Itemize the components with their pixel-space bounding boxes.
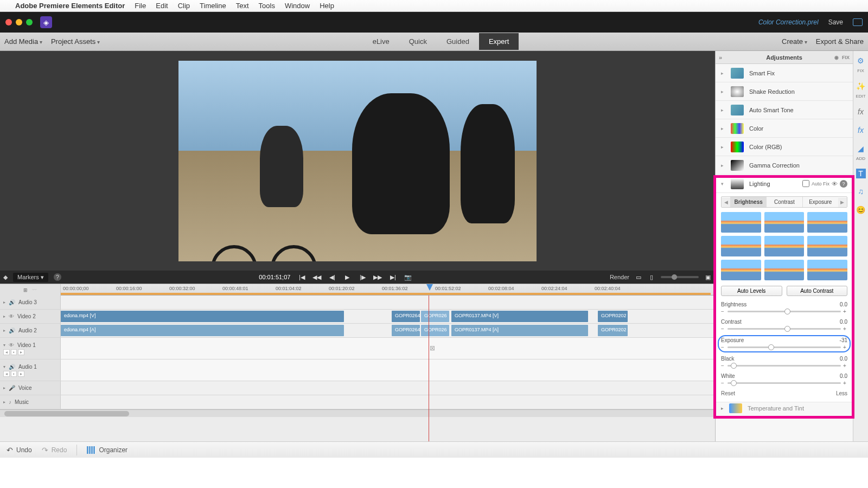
save-button[interactable]: Save — [828, 18, 843, 26]
render-button[interactable]: Render — [610, 274, 629, 280]
track-size-controls[interactable]: ◂▪▸ — [3, 371, 24, 377]
clip-video[interactable]: edona.mp4 [V] — [61, 311, 344, 322]
help-icon[interactable]: ? — [54, 273, 61, 281]
slider-knob[interactable] — [768, 344, 774, 350]
auto-levels-button[interactable]: Auto Levels — [721, 286, 782, 296]
zoom-slider[interactable] — [661, 276, 699, 278]
effects-icon[interactable]: ✨ — [856, 81, 866, 92]
autofix-checkbox[interactable] — [802, 180, 809, 187]
step-back-button[interactable]: ◀| — [328, 273, 336, 281]
help-icon[interactable]: ? — [840, 180, 847, 188]
undo-button[interactable]: ↶Undo — [7, 446, 32, 454]
reset-button[interactable]: Reset — [721, 390, 735, 396]
slider-knob[interactable] — [784, 326, 790, 332]
slider-track[interactable] — [727, 346, 841, 348]
speaker-icon[interactable]: 🔊 — [9, 364, 15, 370]
adj-smart-fix[interactable]: ▸Smart Fix — [716, 64, 853, 82]
preset-thumb[interactable] — [721, 260, 761, 280]
add-media-button[interactable]: Add Media — [4, 37, 42, 46]
visibility-icon[interactable]: 👁 — [832, 181, 838, 187]
timeline-ruler[interactable]: ⊞ 〰 00:00:00;00 00:00:16:00 00:00:32:00 … — [0, 284, 715, 296]
tab-guided[interactable]: Guided — [437, 33, 479, 50]
prev-frame-button[interactable]: ◀◀ — [313, 273, 321, 281]
slider-value[interactable]: 0.0 — [840, 301, 847, 307]
adj-gamma[interactable]: ▸Gamma Correction — [716, 156, 853, 175]
clip-audio-selected[interactable]: GOPR026 — [421, 325, 449, 336]
export-share-button[interactable]: Export & Share — [816, 37, 864, 46]
next-frame-button[interactable]: ▶▶ — [374, 273, 381, 281]
timeline-scrollbar[interactable] — [0, 409, 715, 417]
adj-auto-smart-tone[interactable]: ▸Auto Smart Tone — [716, 101, 853, 119]
transition-icon[interactable]: ⊠ — [430, 344, 435, 352]
project-assets-button[interactable]: Project Assets — [51, 37, 100, 46]
goto-end-button[interactable]: ▶| — [389, 273, 397, 281]
clip-audio[interactable]: GOPR0137.MP4 [A] — [451, 325, 588, 336]
subtab-prev[interactable]: ◀ — [722, 197, 730, 207]
clip-audio[interactable]: GOPR0202 — [598, 325, 628, 336]
mic-icon[interactable]: 🎤 — [9, 385, 15, 391]
slider-track[interactable] — [727, 328, 841, 330]
slider-track[interactable] — [727, 365, 841, 367]
clip-video[interactable]: GOPR0137.MP4 [V] — [451, 311, 588, 322]
minimize-window-button[interactable] — [16, 19, 22, 25]
slider-value[interactable]: 0.0 — [840, 356, 847, 362]
subtab-exposure[interactable]: Exposure — [802, 197, 838, 207]
graphics-icon[interactable]: 😊 — [856, 204, 866, 215]
menu-clip[interactable]: Clip — [178, 2, 190, 10]
preset-thumb[interactable] — [764, 260, 805, 280]
tab-quick[interactable]: Quick — [399, 33, 437, 50]
markers-dropdown[interactable]: Markers ▾ — [13, 273, 48, 282]
tab-elive[interactable]: eLive — [363, 33, 399, 50]
clip-audio[interactable]: edona.mp4 [A] — [61, 325, 344, 336]
collapse-panel-icon[interactable]: » — [719, 54, 722, 61]
work-area-bar[interactable] — [61, 293, 711, 295]
tab-expert[interactable]: Expert — [479, 33, 519, 50]
create-button[interactable]: Create — [782, 37, 807, 46]
adjust-icon[interactable]: ⚙ — [856, 55, 866, 66]
menu-window[interactable]: Window — [285, 2, 310, 10]
clip-video[interactable]: GOPR0264. — [392, 311, 420, 322]
preset-thumb[interactable] — [807, 260, 847, 280]
slider-track[interactable] — [727, 382, 841, 384]
auto-contrast-button[interactable]: Auto Contrast — [787, 286, 848, 296]
preset-thumb[interactable] — [764, 236, 805, 256]
slider-value[interactable]: 0.0 — [840, 319, 847, 325]
music-icon[interactable]: ♫ — [856, 186, 866, 197]
snapshot-button[interactable]: 📷 — [404, 273, 412, 281]
eye-icon[interactable]: 👁 — [9, 342, 14, 348]
slider-knob[interactable] — [784, 309, 790, 314]
app-menu[interactable]: Adobe Premiere Elements Editor — [15, 2, 125, 10]
preset-thumb[interactable] — [807, 212, 847, 233]
speaker-icon[interactable]: 🔊 — [9, 328, 15, 333]
timeline-tool-2[interactable]: 〰 — [32, 287, 37, 293]
clip-audio[interactable]: GOPR0264. — [392, 325, 420, 336]
slider-knob[interactable] — [731, 363, 737, 369]
playhead-marker[interactable] — [426, 284, 433, 291]
titles-icon[interactable]: T — [856, 169, 866, 178]
close-window-button[interactable] — [5, 19, 12, 25]
preset-thumb[interactable] — [807, 236, 847, 256]
preset-thumb[interactable] — [721, 236, 761, 256]
eye-icon[interactable]: 👁 — [9, 313, 14, 319]
adj-lighting[interactable]: ▾ Lighting Auto Fix 👁 ? — [716, 175, 853, 193]
menu-help[interactable]: Help — [320, 2, 334, 10]
goto-start-button[interactable]: |◀ — [298, 273, 305, 281]
subtab-brightness[interactable]: Brightness — [730, 197, 766, 207]
clip-video-selected[interactable]: GOPR026 — [421, 311, 449, 322]
timecode-display[interactable]: 00:01:51;07 — [259, 274, 290, 280]
zoom-window-button[interactable] — [26, 19, 33, 25]
adj-temperature-tint[interactable]: ▸ Temperature and Tint — [716, 402, 853, 414]
track-size-controls[interactable]: ◂▪▸ — [3, 349, 24, 355]
play-button[interactable]: ▶ — [343, 273, 351, 281]
slider-value[interactable]: -31 — [840, 337, 847, 343]
menu-text[interactable]: Text — [236, 2, 249, 10]
timeline-tool-1[interactable]: ⊞ — [23, 287, 28, 293]
menu-edit[interactable]: Edit — [156, 2, 168, 10]
fullscreen-icon[interactable] — [853, 18, 863, 26]
clip-video[interactable]: GOPR0202 — [598, 311, 628, 322]
slider-value[interactable]: 0.0 — [840, 373, 847, 379]
fix-mode-icon[interactable]: ◉ — [834, 55, 839, 60]
organizer-button[interactable]: Organizer — [87, 446, 127, 454]
fx-icon[interactable]: fx — [856, 106, 866, 117]
markers-icon[interactable]: ◆ — [3, 274, 8, 281]
